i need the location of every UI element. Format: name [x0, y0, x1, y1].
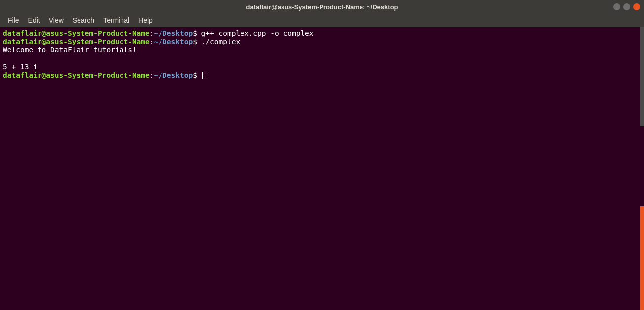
terminal-line: dataflair@asus-System-Product-Name:~/Des… [3, 38, 641, 46]
prompt-path: ~/Desktop [154, 71, 193, 79]
maximize-button[interactable] [623, 3, 630, 10]
menu-terminal[interactable]: Terminal [99, 15, 133, 26]
menubar: File Edit View Search Terminal Help [0, 14, 644, 27]
menu-view[interactable]: View [45, 15, 68, 26]
prompt-dollar: $ [193, 38, 201, 45]
cursor [202, 72, 206, 79]
prompt-path: ~/Desktop [154, 29, 193, 37]
terminal-window: dataflair@asus-System-Product-Name: ~/De… [0, 0, 644, 310]
command-text: g++ complex.cpp -o complex [201, 29, 314, 37]
menu-search[interactable]: Search [69, 15, 98, 26]
scrollbar-thumb-top[interactable] [640, 27, 644, 126]
menu-edit[interactable]: Edit [24, 15, 44, 26]
window-controls [613, 3, 640, 10]
scrollbar-track[interactable] [640, 27, 644, 310]
command-text: ./complex [201, 38, 241, 45]
window-title: dataflair@asus-System-Product-Name: ~/De… [246, 3, 398, 11]
prompt-user-host: dataflair@asus-System-Product-Name [3, 71, 150, 79]
prompt-user-host: dataflair@asus-System-Product-Name [3, 29, 150, 37]
prompt-user-host: dataflair@asus-System-Product-Name [3, 38, 150, 45]
prompt-dollar: $ [193, 71, 201, 79]
menu-help[interactable]: Help [134, 15, 157, 26]
terminal-line: Welcome to DataFlair tutorials! [3, 46, 641, 54]
prompt-colon: : [150, 38, 154, 45]
terminal-line: 5 + 13 i [3, 63, 641, 71]
menu-file[interactable]: File [4, 15, 23, 26]
terminal-line: dataflair@asus-System-Product-Name:~/Des… [3, 29, 641, 38]
scrollbar-thumb-bottom[interactable] [640, 206, 644, 310]
titlebar: dataflair@asus-System-Product-Name: ~/De… [0, 0, 644, 14]
close-button[interactable] [633, 3, 640, 10]
terminal-line [3, 54, 641, 63]
prompt-colon: : [150, 29, 154, 37]
terminal-line: dataflair@asus-System-Product-Name:~/Des… [3, 71, 641, 80]
terminal-body[interactable]: dataflair@asus-System-Product-Name:~/Des… [0, 27, 644, 310]
prompt-dollar: $ [193, 29, 201, 37]
prompt-colon: : [150, 71, 154, 79]
prompt-path: ~/Desktop [154, 38, 193, 45]
minimize-button[interactable] [613, 3, 620, 10]
